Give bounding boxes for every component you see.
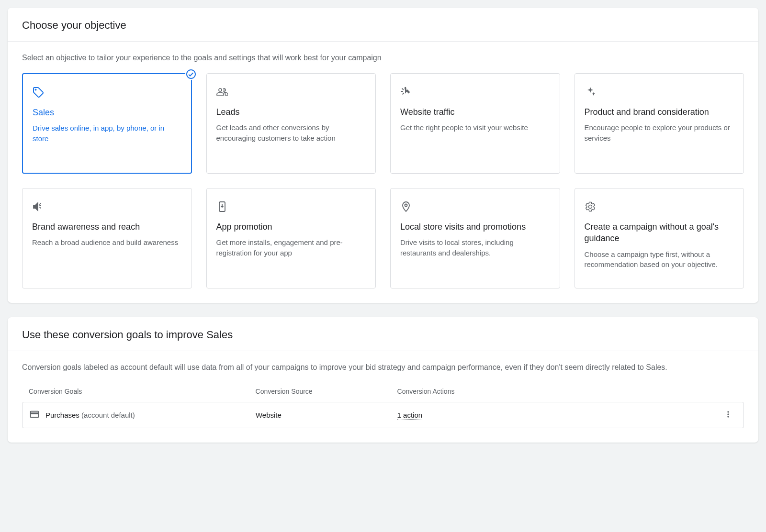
objective-subtitle: Select an objective to tailor your exper… bbox=[22, 52, 744, 64]
goals-section: Use these conversion goals to improve Sa… bbox=[8, 317, 758, 443]
goals-title: Use these conversion goals to improve Sa… bbox=[22, 329, 744, 341]
objective-card-desc: Encourage people to explore your product… bbox=[585, 122, 734, 144]
goals-body: Conversion goals labeled as account defa… bbox=[8, 351, 758, 443]
objective-card-no-goal[interactable]: Create a campaign without a goal's guida… bbox=[574, 188, 744, 288]
checkmark-icon bbox=[185, 68, 197, 80]
svg-point-0 bbox=[35, 89, 36, 90]
objective-card-desc: Drive sales online, in app, by phone, or… bbox=[33, 123, 181, 144]
goal-actions-link[interactable]: 1 action bbox=[397, 411, 423, 420]
objective-card-title: Leads bbox=[216, 106, 366, 118]
objective-card-title: Website traffic bbox=[400, 106, 550, 118]
megaphone-icon bbox=[32, 200, 182, 213]
objective-card-title: Create a campaign without a goal's guida… bbox=[585, 221, 734, 244]
goal-name: Purchases bbox=[45, 411, 79, 419]
objective-card-desc: Choose a campaign type first, without a … bbox=[585, 249, 734, 270]
objective-card-leads[interactable]: Leads Get leads and other conversions by… bbox=[206, 73, 376, 174]
phone-download-icon bbox=[216, 200, 366, 213]
objective-section: Choose your objective Select an objectiv… bbox=[8, 8, 758, 303]
goal-source: Website bbox=[256, 411, 397, 419]
people-icon bbox=[216, 85, 366, 99]
objective-card-title: App promotion bbox=[216, 221, 366, 233]
column-header-goals: Conversion Goals bbox=[29, 388, 256, 395]
objective-grid: Sales Drive sales online, in app, by pho… bbox=[22, 73, 744, 288]
table-row[interactable]: Purchases (account default) Website 1 ac… bbox=[22, 402, 744, 428]
objective-card-title: Brand awareness and reach bbox=[32, 221, 182, 233]
objective-card-desc: Reach a broad audience and build awarene… bbox=[32, 237, 182, 248]
objective-card-product-brand[interactable]: Product and brand consideration Encourag… bbox=[574, 73, 744, 174]
objective-card-website-traffic[interactable]: Website traffic Get the right people to … bbox=[390, 73, 560, 174]
objective-card-desc: Get the right people to visit your websi… bbox=[400, 122, 550, 133]
objective-card-local-store[interactable]: Local store visits and promotions Drive … bbox=[390, 188, 560, 288]
objective-card-desc: Get leads and other conversions by encou… bbox=[216, 122, 366, 144]
sparkle-icon bbox=[585, 85, 734, 99]
credit-card-icon bbox=[29, 409, 40, 421]
goals-subtitle: Conversion goals labeled as account defa… bbox=[22, 362, 744, 373]
location-pin-icon bbox=[400, 200, 550, 213]
more-vert-icon[interactable] bbox=[723, 410, 733, 421]
gear-icon bbox=[585, 200, 734, 213]
objective-card-title: Local store visits and promotions bbox=[400, 221, 550, 233]
objective-card-title: Sales bbox=[33, 107, 181, 118]
objective-title: Choose your objective bbox=[22, 19, 744, 32]
goals-header: Use these conversion goals to improve Sa… bbox=[8, 317, 758, 351]
objective-card-desc: Get more installs, engagement and pre-re… bbox=[216, 237, 366, 258]
objective-card-sales[interactable]: Sales Drive sales online, in app, by pho… bbox=[22, 73, 192, 174]
column-header-actions: Conversion Actions bbox=[397, 388, 681, 395]
column-header-source: Conversion Source bbox=[256, 388, 397, 395]
objective-card-title: Product and brand consideration bbox=[585, 106, 734, 118]
goal-cell: Purchases (account default) bbox=[29, 409, 256, 421]
goals-table-header: Conversion Goals Conversion Source Conve… bbox=[22, 383, 744, 402]
objective-card-app-promotion[interactable]: App promotion Get more installs, engagem… bbox=[206, 188, 376, 288]
objective-body: Select an objective to tailor your exper… bbox=[8, 42, 758, 303]
cursor-click-icon bbox=[400, 85, 550, 99]
objective-card-desc: Drive visits to local stores, including … bbox=[400, 237, 550, 258]
tag-icon bbox=[33, 86, 181, 99]
objective-header: Choose your objective bbox=[8, 8, 758, 42]
objective-card-brand-awareness[interactable]: Brand awareness and reach Reach a broad … bbox=[22, 188, 192, 288]
goal-suffix: (account default) bbox=[81, 411, 135, 419]
